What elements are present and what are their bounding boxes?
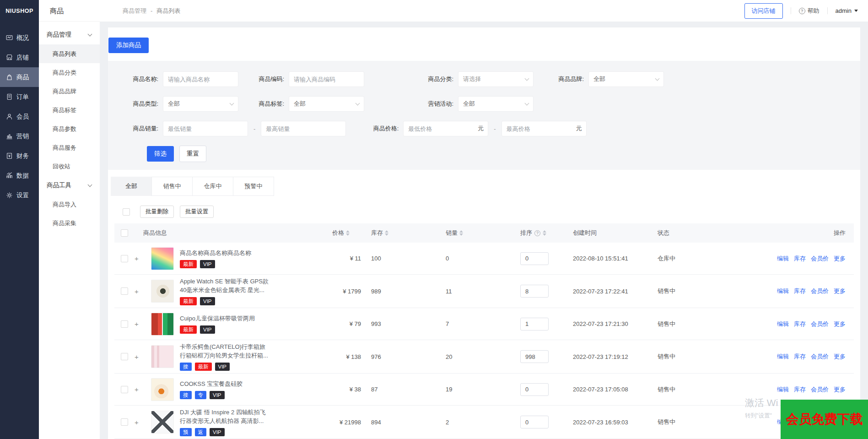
sort-input[interactable] — [520, 252, 549, 265]
product-name[interactable]: DJI 大疆 悟 Inspire 2 四轴航拍飞行器变形无人机航拍器 高清影..… — [180, 408, 266, 425]
product-name[interactable]: Cuipo儿童保温杯带吸管两用 — [180, 314, 255, 323]
row-expand-button[interactable]: + — [135, 353, 151, 361]
goods-name-input[interactable] — [163, 71, 238, 87]
menu-item-goods-service[interactable]: 商品服务 — [39, 138, 100, 157]
row-expand-button[interactable]: + — [135, 385, 151, 393]
sort-carets-icon[interactable] — [459, 230, 463, 236]
member-price-link[interactable]: 会员价 — [811, 287, 829, 295]
header-sort[interactable]: 排序 ? — [520, 229, 573, 237]
sort-input[interactable] — [520, 383, 549, 396]
max-price-input[interactable] — [501, 121, 587, 136]
menu-item-goods-list[interactable]: 商品列表 — [39, 44, 100, 63]
menu-item-goods-brand[interactable]: 商品品牌 — [39, 82, 100, 101]
header-stock[interactable]: 库存 — [371, 229, 446, 237]
menu-item-goods-category[interactable]: 商品分类 — [39, 63, 100, 82]
sidebar-item-shop[interactable]: 店铺 — [0, 48, 39, 67]
stock-link[interactable]: 库存 — [794, 320, 806, 328]
sort-input[interactable] — [520, 350, 549, 363]
sidebar-item-overview[interactable]: 概况 — [0, 28, 39, 48]
goods-code-input[interactable] — [289, 71, 364, 87]
sort-input[interactable] — [520, 285, 549, 298]
row-checkbox[interactable] — [121, 287, 128, 295]
filter-submit-button[interactable]: 筛选 — [147, 146, 174, 162]
header-price[interactable]: 价格 — [332, 229, 371, 237]
batch-set-button[interactable]: 批量设置 — [180, 206, 214, 218]
row-checkbox[interactable] — [121, 386, 128, 393]
tab-warning[interactable]: 预警中 — [233, 177, 274, 196]
member-price-link[interactable]: 会员价 — [811, 255, 829, 263]
help-button[interactable]: ? 帮助 — [799, 7, 819, 15]
header-checkbox[interactable] — [121, 229, 128, 237]
more-link[interactable]: 更多 — [834, 287, 846, 295]
tab-in-warehouse[interactable]: 仓库中 — [192, 177, 233, 196]
sort-carets-icon[interactable] — [543, 230, 546, 236]
add-goods-button[interactable]: 添加商品 — [108, 38, 149, 53]
sidebar-item-settings[interactable]: 设置 — [0, 185, 39, 205]
menu-item-goods-param[interactable]: 商品参数 — [39, 119, 100, 138]
filter-reset-button[interactable]: 重置 — [179, 146, 206, 162]
breadcrumb-section[interactable]: 商品管理 — [123, 7, 146, 15]
goods-brand-select[interactable]: 全部 — [588, 71, 664, 87]
edit-link[interactable]: 编辑 — [777, 352, 789, 361]
stock-link[interactable]: 库存 — [794, 287, 806, 295]
menu-group-goods-manage[interactable]: 商品管理 — [39, 25, 100, 44]
batch-delete-button[interactable]: 批量删除 — [140, 206, 174, 218]
sidebar-item-members[interactable]: 会员 — [0, 107, 39, 126]
more-link[interactable]: 更多 — [834, 385, 846, 394]
stock-link[interactable]: 库存 — [794, 352, 806, 361]
menu-item-goods-import[interactable]: 商品导入 — [39, 195, 100, 214]
edit-link[interactable]: 编辑 — [777, 287, 789, 295]
row-checkbox[interactable] — [121, 353, 128, 360]
min-sales-input[interactable] — [163, 121, 248, 136]
product-name[interactable]: COOKSS 宝宝餐盘硅胶 — [180, 379, 243, 388]
row-expand-button[interactable]: + — [135, 418, 151, 426]
stock-link[interactable]: 库存 — [794, 255, 806, 263]
row-expand-button[interactable]: + — [135, 320, 151, 328]
more-link[interactable]: 更多 — [834, 352, 846, 361]
visit-shop-button[interactable]: 访问店铺 — [744, 3, 783, 19]
product-name[interactable]: Apple Watch SE 智能手表 GPS款40毫米米金色铝金属表壳 星光.… — [180, 277, 269, 294]
goods-category-select[interactable]: 请选择 — [458, 71, 534, 87]
tab-all[interactable]: 全部 — [111, 177, 152, 196]
select-all-checkbox[interactable] — [123, 208, 130, 216]
more-link[interactable]: 更多 — [834, 320, 846, 328]
min-price-input[interactable] — [403, 121, 488, 136]
row-checkbox[interactable] — [121, 320, 128, 328]
sort-input[interactable] — [520, 416, 549, 428]
question-circle-icon[interactable]: ? — [534, 230, 540, 236]
member-price-link[interactable]: 会员价 — [811, 320, 829, 328]
edit-link[interactable]: 编辑 — [777, 385, 789, 394]
product-name[interactable]: 卡帝乐鳄鱼(CARTELO)行李箱旅行箱铝框万向轮男女学生拉杆箱... — [180, 342, 268, 360]
menu-item-goods-tag[interactable]: 商品标签 — [39, 101, 100, 119]
user-menu[interactable]: admin — [836, 7, 858, 14]
menu-item-goods-collect[interactable]: 商品采集 — [39, 214, 100, 233]
row-expand-button[interactable]: + — [135, 255, 151, 262]
sort-carets-icon[interactable] — [385, 230, 388, 236]
sidebar-item-goods[interactable]: 商品 — [0, 67, 39, 87]
member-price-link[interactable]: 会员价 — [811, 385, 829, 394]
sort-input[interactable] — [520, 318, 549, 331]
member-download-banner[interactable]: 会员免费下载 — [781, 400, 868, 439]
goods-type-select[interactable]: 全部 — [163, 96, 238, 112]
stock-link[interactable]: 库存 — [794, 385, 806, 394]
row-checkbox[interactable] — [121, 255, 128, 262]
sidebar-item-finance[interactable]: 财务 — [0, 146, 39, 166]
goods-tag-select[interactable]: 全部 — [289, 96, 364, 112]
menu-group-goods-tools[interactable]: 商品工具 — [39, 176, 100, 195]
tab-on-sale[interactable]: 销售中 — [151, 177, 193, 196]
product-name[interactable]: 商品名称商品名称商品名称 — [180, 249, 251, 257]
row-expand-button[interactable]: + — [135, 287, 151, 295]
marketing-activity-select[interactable]: 全部 — [458, 96, 534, 112]
member-price-link[interactable]: 会员价 — [811, 352, 829, 361]
edit-link[interactable]: 编辑 — [777, 320, 789, 328]
edit-link[interactable]: 编辑 — [777, 255, 789, 263]
row-checkbox[interactable] — [121, 418, 128, 426]
header-sales[interactable]: 销量 — [446, 229, 520, 237]
menu-item-recycle-bin[interactable]: 回收站 — [39, 157, 100, 176]
sidebar-item-orders[interactable]: 订单 — [0, 87, 39, 107]
max-sales-input[interactable] — [261, 121, 346, 136]
sidebar-item-marketing[interactable]: 营销 — [0, 126, 39, 146]
more-link[interactable]: 更多 — [834, 255, 846, 263]
sidebar-item-data[interactable]: 数据 — [0, 166, 39, 185]
sort-carets-icon[interactable] — [346, 230, 350, 236]
